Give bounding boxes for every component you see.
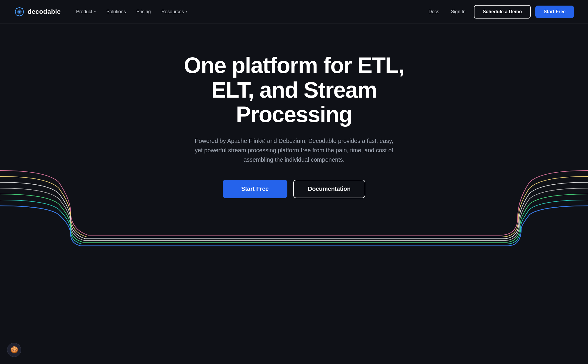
logo-link[interactable]: decodable <box>14 6 61 17</box>
hero-buttons: Start Free Documentation <box>223 180 366 198</box>
schedule-demo-button[interactable]: Schedule a Demo <box>474 5 531 19</box>
nav-item-resources: Resources ▾ <box>157 7 192 17</box>
hero-section: One platform for ETL, ELT, and Stream Pr… <box>0 24 588 247</box>
documentation-hero-button[interactable]: Documentation <box>293 180 366 198</box>
navbar: decodable Product ▾ Solutions Pricing Re… <box>0 0 588 24</box>
hero-title: One platform for ETL, ELT, and Stream Pr… <box>162 53 427 127</box>
svg-point-0 <box>18 11 20 13</box>
brand-name: decodable <box>28 8 61 16</box>
signin-nav-link[interactable]: Sign In <box>447 7 469 17</box>
logo-icon <box>14 6 25 17</box>
cookie-consent-button[interactable]: 🍪 <box>7 343 21 357</box>
decorative-lines <box>0 153 588 247</box>
resources-nav-button[interactable]: Resources ▾ <box>157 7 192 17</box>
product-nav-button[interactable]: Product ▾ <box>71 7 101 17</box>
cookie-icon: 🍪 <box>10 346 18 354</box>
nav-left: decodable Product ▾ Solutions Pricing Re… <box>14 6 192 17</box>
chevron-down-icon: ▾ <box>94 10 96 14</box>
start-free-nav-button[interactable]: Start Free <box>535 6 574 18</box>
docs-nav-link[interactable]: Docs <box>425 7 443 17</box>
nav-links: Product ▾ Solutions Pricing Resources ▾ <box>71 7 192 17</box>
nav-item-pricing: Pricing <box>132 7 156 17</box>
start-free-hero-button[interactable]: Start Free <box>223 180 287 198</box>
pricing-nav-link[interactable]: Pricing <box>132 7 156 17</box>
nav-right: Docs Sign In Schedule a Demo Start Free <box>425 5 574 19</box>
hero-subtitle: Powered by Apache Flink® and Debezium, D… <box>191 136 397 164</box>
chevron-down-icon: ▾ <box>186 10 187 14</box>
nav-item-solutions: Solutions <box>102 7 131 17</box>
nav-item-product: Product ▾ <box>71 7 101 17</box>
solutions-nav-link[interactable]: Solutions <box>102 7 131 17</box>
